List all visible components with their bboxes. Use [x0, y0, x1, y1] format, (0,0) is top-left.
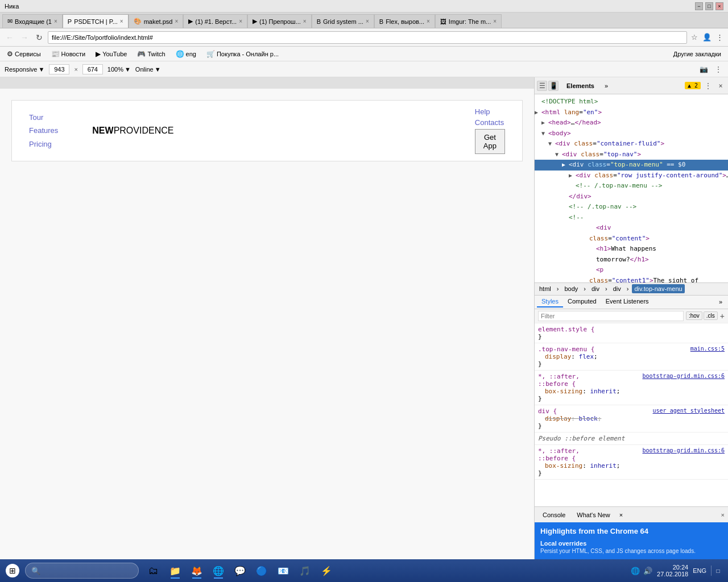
breadcrumb-div2[interactable]: div: [611, 284, 623, 293]
browser-tab-tab3[interactable]: 🎨maket.psd×: [129, 14, 184, 28]
device-toolbar-icon[interactable]: 📱: [548, 81, 559, 91]
nav-link-contacts[interactable]: Contacts: [475, 118, 504, 127]
nav-link-features[interactable]: Features: [29, 124, 58, 137]
elements-line-topnav[interactable]: ▼<div class="top-nav">: [535, 149, 728, 160]
taskbar-browser[interactable]: 🌐: [208, 562, 229, 580]
browser-tab-tab8[interactable]: 🖼Imgur: The m...×: [435, 14, 502, 28]
styles-filter-input[interactable]: [538, 311, 684, 321]
filter-hov-button[interactable]: :hov: [686, 311, 702, 320]
filter-cls-button[interactable]: .cls: [704, 311, 718, 320]
taskbar-file-explorer[interactable]: 📁: [165, 562, 185, 580]
back-button[interactable]: ←: [3, 31, 16, 44]
tab-close-tab6[interactable]: ×: [366, 18, 369, 24]
event-listeners-tab[interactable]: Event Listeners: [601, 296, 653, 307]
computed-tab[interactable]: Computed: [563, 296, 601, 307]
taskbar-app1[interactable]: 🔵: [251, 562, 272, 580]
show-desktop-button[interactable]: □: [711, 566, 721, 576]
elements-line-body[interactable]: ▼<body>: [535, 128, 728, 139]
whats-new-tab[interactable]: What's New: [572, 510, 614, 520]
zoom-dropdown[interactable]: 100% ▼: [107, 66, 131, 73]
bookmark-twitch[interactable]: 🎮Twitch: [134, 49, 168, 59]
browser-tab-tab7[interactable]: BFlex, выров...×: [374, 14, 435, 28]
profile-icon[interactable]: 👤: [702, 32, 712, 43]
browser-tab-tab4[interactable]: ▶(1) #1. Верст...×: [183, 14, 247, 28]
elements-line-p-class[interactable]: class="content1">The sight of: [535, 276, 728, 283]
elements-line-container[interactable]: ▼<div class="container-fluid">: [535, 139, 728, 149]
devtools-elements-tree[interactable]: <!DOCTYPE html> ▶<html lang="en"> ▶<head…: [535, 94, 728, 283]
start-button[interactable]: ⊞: [2, 562, 23, 580]
style-tabs-more[interactable]: »: [715, 297, 726, 307]
elements-line-row[interactable]: ▶<div class="row justify-content-around"…: [535, 171, 728, 181]
network-icon[interactable]: 🌐: [631, 567, 640, 575]
nav-link-pricing[interactable]: Pricing: [29, 138, 58, 151]
browser-tab-tab5[interactable]: ▶(1) Препрош...×: [247, 14, 312, 28]
get-app-button[interactable]: Get App: [475, 129, 505, 154]
screenshot-icon[interactable]: 📷: [698, 64, 709, 74]
tab-close-tab4[interactable]: ×: [239, 18, 242, 24]
maximize-button[interactable]: □: [705, 2, 713, 10]
rule-source-bootstrap2[interactable]: bootstrap-grid.min.css:6: [643, 447, 725, 454]
sound-icon[interactable]: 🔊: [643, 567, 652, 575]
breadcrumb-div1[interactable]: div: [589, 284, 602, 293]
breadcrumb-body[interactable]: body: [562, 284, 580, 293]
tab-close-tab8[interactable]: ×: [493, 18, 497, 24]
taskbar-search[interactable]: 🔍: [25, 563, 139, 579]
breadcrumb-topnavmenu[interactable]: div.top-nav-menu: [632, 284, 684, 293]
viewport-width[interactable]: [49, 64, 69, 74]
elements-line-html[interactable]: ▶<html lang="en">: [535, 107, 728, 118]
console-tab[interactable]: Console: [538, 510, 570, 520]
bookmark----------------------[interactable]: 🛒Покупка - Онлайн р...: [203, 49, 282, 59]
taskbar-music[interactable]: 🎵: [295, 562, 315, 580]
elements-line-doctype[interactable]: <!DOCTYPE html>: [535, 97, 728, 107]
bookmark-star-icon[interactable]: ☆: [689, 32, 700, 43]
taskbar-firefox[interactable]: 🦊: [187, 562, 207, 580]
menu-icon[interactable]: ⋮: [714, 32, 725, 43]
forward-button[interactable]: →: [18, 31, 31, 44]
elements-line-p[interactable]: <p: [535, 265, 728, 276]
taskbar-lightning[interactable]: ⚡: [316, 562, 337, 580]
tab-close-tab2[interactable]: ×: [120, 18, 123, 24]
devtools-warning[interactable]: ▲ 2: [685, 82, 701, 89]
elements-line-class-content[interactable]: class="content">: [535, 234, 728, 244]
nav-link-help[interactable]: Help: [475, 107, 490, 116]
taskbar-language[interactable]: ENG: [693, 567, 706, 574]
devtools-vertical-more[interactable]: ⋮: [703, 81, 713, 91]
elements-line-comment2[interactable]: <!-- /.top-nav -->: [535, 202, 728, 213]
add-style-button[interactable]: +: [720, 311, 725, 321]
elements-line-close-div[interactable]: </div>: [535, 192, 728, 202]
tab-close-tab7[interactable]: ×: [427, 18, 430, 24]
taskbar-chat[interactable]: 💬: [230, 562, 250, 580]
reload-button[interactable]: ↻: [33, 31, 46, 44]
taskbar-datetime[interactable]: 20:24 27.02.2018: [657, 564, 688, 577]
elements-line-topnavmenu[interactable]: ▶<div class="top-nav-menu" == $0: [535, 160, 728, 171]
dt-tab-more[interactable]: »: [600, 80, 613, 92]
tab-close-tab1[interactable]: ×: [54, 18, 57, 24]
rule-source-bootstrap1[interactable]: bootstrap-grid.min.css:6: [643, 373, 725, 379]
tab-close-tab5[interactable]: ×: [303, 18, 307, 24]
elements-line-head[interactable]: ▶<head>…</head>: [535, 118, 728, 128]
whats-new-close[interactable]: ×: [617, 510, 625, 520]
bookmark--------[interactable]: ⚙Сервисы: [3, 49, 44, 59]
browser-tab-tab2[interactable]: PPSDETCH | P...×: [63, 14, 129, 28]
styles-tab[interactable]: Styles: [537, 296, 563, 307]
element-picker-icon[interactable]: ☰: [537, 81, 547, 91]
elements-line-h1[interactable]: <h1>What happens: [535, 244, 728, 255]
nav-link-tour[interactable]: Tour: [29, 111, 58, 124]
dt-tab-elements[interactable]: Elements: [562, 80, 599, 92]
taskbar-task-view[interactable]: 🗂: [143, 562, 164, 580]
taskbar-mail[interactable]: 📧: [273, 562, 293, 580]
bottom-panel-close[interactable]: ×: [721, 512, 725, 518]
other-bookmarks[interactable]: Другие закладки: [670, 49, 725, 59]
responsive-dropdown[interactable]: Responsive ▼: [5, 66, 44, 73]
bookmark--------[interactable]: 📰Новости: [48, 49, 89, 59]
tab-close-tab3[interactable]: ×: [175, 18, 178, 24]
close-button[interactable]: ×: [715, 2, 723, 10]
elements-line-comment1[interactable]: <!-- /.top-nav-menu -->: [535, 181, 728, 192]
elements-line-comment3[interactable]: <!--: [535, 213, 728, 223]
browser-tab-tab6[interactable]: BGrid system ...×: [312, 14, 374, 28]
online-dropdown[interactable]: Online ▼: [135, 66, 161, 73]
address-input[interactable]: [48, 31, 687, 44]
minimize-button[interactable]: −: [695, 2, 703, 10]
viewport-height[interactable]: [82, 64, 103, 74]
more-options-icon[interactable]: ⋮: [713, 64, 723, 74]
